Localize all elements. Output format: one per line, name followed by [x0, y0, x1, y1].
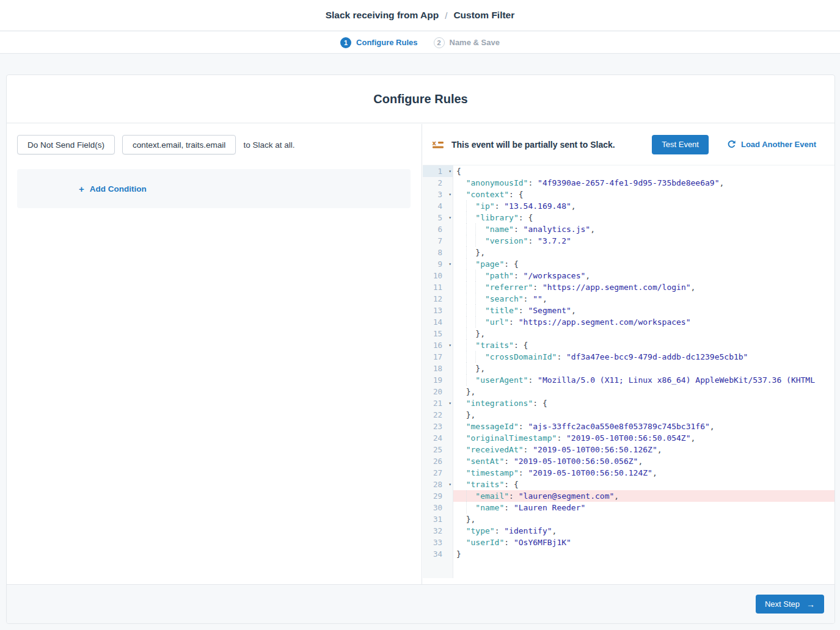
load-another-event-label: Load Another Event — [741, 140, 816, 149]
fold-arrow-icon[interactable]: ▾ — [448, 212, 451, 223]
json-key: "version" — [485, 236, 528, 245]
json-punctuation: : { — [509, 190, 523, 199]
load-another-event-link[interactable]: Load Another Event — [727, 140, 816, 149]
fold-arrow-icon[interactable]: ▾ — [448, 189, 451, 200]
code-line[interactable]: }, — [453, 386, 835, 397]
code-line[interactable]: "timestamp": "2019-05-10T00:56:50.124Z", — [453, 467, 835, 479]
json-punctuation: : — [504, 503, 514, 512]
json-value: "2019-05-10T00:56:50.124Z" — [528, 468, 652, 477]
page: { "header": { "title_primary": "Slack re… — [0, 0, 840, 630]
code-line[interactable]: "title": "Segment", — [453, 305, 835, 316]
code-line[interactable]: "messageId": "ajs-33ffc2ac0a550e8f053789… — [453, 421, 835, 432]
indent-guide — [456, 537, 466, 548]
indent-guide — [466, 316, 476, 328]
steps-bar: 1 Configure Rules 2 Name & Save — [0, 32, 840, 54]
code-line[interactable]: "traits": { — [453, 479, 835, 490]
code-line[interactable]: "path": "/workspaces", — [453, 270, 835, 281]
json-key: "name" — [485, 225, 514, 234]
code-line[interactable]: }, — [453, 328, 835, 339]
json-punctuation: : — [504, 538, 514, 547]
code-line[interactable]: }, — [453, 409, 835, 421]
json-value: "https://app.segment.com/login" — [542, 283, 691, 292]
code-line[interactable]: "traits": { — [453, 339, 835, 351]
rule-fields-dropdown[interactable]: context.email, traits.email — [122, 135, 236, 154]
code-line[interactable]: "anonymousId": "4f9390ae-2657-4fe1-9d95-… — [453, 177, 835, 189]
code-line-highlighted[interactable]: "email": "lauren@segment.com", — [453, 490, 835, 502]
code-line[interactable]: "library": { — [453, 212, 835, 223]
code-line[interactable]: "type": "identify", — [453, 525, 835, 537]
code-line[interactable]: "originalTimestamp": "2019-05-10T00:56:5… — [453, 432, 835, 444]
code-line[interactable]: "integrations": { — [453, 397, 835, 409]
json-value: "Lauren Reeder" — [514, 503, 585, 512]
code-line[interactable]: }, — [453, 363, 835, 374]
code-line[interactable]: "userId": "OsY6MFBj1K" — [453, 537, 835, 548]
json-value: "ajs-33ffc2ac0a550e8f053789c745bc31f6" — [528, 422, 709, 431]
indent-guide — [456, 189, 466, 200]
code-line[interactable]: "version": "3.7.2" — [453, 235, 835, 247]
code-line[interactable]: { — [453, 165, 835, 177]
json-value: "analytics.js" — [524, 225, 591, 234]
json-punctuation: , — [590, 225, 595, 234]
code-line[interactable]: }, — [453, 513, 835, 525]
line-number: 28▾ — [423, 479, 453, 490]
json-key: "email" — [475, 491, 509, 501]
json-punctuation: , — [719, 178, 724, 187]
code-line[interactable]: "userAgent": "Mozilla/5.0 (X11; Linux x8… — [453, 374, 835, 386]
json-key: "traits" — [475, 341, 514, 350]
code-line[interactable]: "ip": "13.54.169.48", — [453, 200, 835, 212]
json-value: "2019-05-10T00:56:50.056Z" — [514, 457, 638, 466]
fold-arrow-icon[interactable]: ▾ — [448, 339, 451, 351]
indent-guide — [466, 293, 476, 305]
next-step-button[interactable]: Next Step → — [756, 595, 824, 614]
code-line[interactable]: "context": { — [453, 189, 835, 200]
code-line[interactable]: }, — [453, 247, 835, 258]
card-title-row: Configure Rules — [7, 75, 835, 123]
fold-arrow-icon[interactable]: ▾ — [448, 258, 451, 270]
json-key: "page" — [475, 259, 504, 269]
json-key: "url" — [485, 317, 509, 327]
json-punctuation: }, — [475, 364, 485, 373]
code-line[interactable]: "crossDomainId": "df3a47ee-bcc9-479d-add… — [453, 351, 835, 363]
json-value: "lauren@segment.com" — [519, 491, 615, 501]
rule-action-dropdown[interactable]: Do Not Send Field(s) — [17, 135, 115, 154]
step-name-and-save[interactable]: 2 Name & Save — [434, 37, 500, 48]
json-key: "library" — [475, 213, 518, 222]
json-punctuation: : — [528, 375, 538, 385]
json-punctuation: , — [691, 433, 696, 443]
add-condition-button[interactable]: + Add Condition — [79, 184, 147, 194]
indent-guide — [456, 293, 466, 305]
code-line[interactable]: "name": "Lauren Reeder" — [453, 502, 835, 513]
json-punctuation: : — [524, 294, 533, 303]
page-title: Configure Rules — [373, 92, 467, 106]
indent-guide — [456, 363, 466, 374]
json-value: "df3a47ee-bcc9-479d-addb-dc1239e5cb1b" — [566, 352, 748, 361]
code-line[interactable]: "receivedAt": "2019-05-10T00:56:50.126Z"… — [453, 444, 835, 455]
json-punctuation: }, — [466, 387, 476, 396]
json-punctuation: }, — [466, 410, 476, 419]
step-configure-rules[interactable]: 1 Configure Rules — [340, 37, 417, 48]
json-key: "timestamp" — [466, 468, 519, 477]
code-line[interactable]: "search": "", — [453, 293, 835, 305]
code-line[interactable]: } — [453, 548, 835, 560]
code-line[interactable]: "url": "https://app.segment.com/workspac… — [453, 316, 835, 328]
json-editor[interactable]: 1▾23▾45▾6789▾10111213141516▾1718192021▾2… — [423, 165, 835, 578]
arrow-right-icon: → — [806, 599, 815, 609]
fold-arrow-icon[interactable]: ▾ — [448, 479, 451, 490]
line-number: 32 — [423, 525, 453, 537]
code-line[interactable]: "sentAt": "2019-05-10T00:56:50.056Z", — [453, 455, 835, 467]
line-number: 2 — [423, 177, 453, 189]
fold-arrow-icon[interactable]: ▾ — [448, 165, 451, 177]
code-line[interactable]: "page": { — [453, 258, 835, 270]
line-number: 26 — [423, 455, 453, 467]
indent-guide — [456, 281, 466, 293]
test-event-button[interactable]: Test Event — [652, 135, 709, 154]
add-condition-label: Add Condition — [90, 184, 147, 194]
indent-guide — [456, 479, 466, 490]
code-line[interactable]: "name": "analytics.js", — [453, 223, 835, 235]
fold-arrow-icon[interactable]: ▾ — [448, 397, 451, 409]
indent-guide — [456, 351, 466, 363]
json-value: "3.7.2" — [538, 236, 571, 245]
code-line[interactable]: "referrer": "https://app.segment.com/log… — [453, 281, 835, 293]
line-number: 27 — [423, 467, 453, 479]
editor-content[interactable]: {"anonymousId": "4f9390ae-2657-4fe1-9d95… — [453, 165, 835, 578]
